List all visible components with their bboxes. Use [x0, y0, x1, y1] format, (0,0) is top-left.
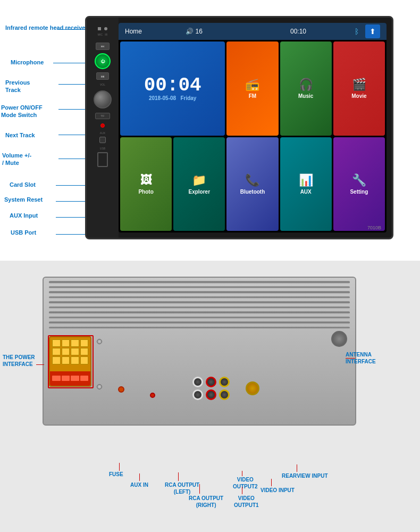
- line-video-input: [271, 479, 272, 486]
- usb-port[interactable]: [97, 152, 108, 167]
- reset-btn[interactable]: [100, 123, 105, 128]
- bottom-section: THE POWERINTERFACE FUSE AUX IN RCA OUTPU…: [0, 261, 420, 532]
- explorer-icon: 📁: [192, 173, 206, 187]
- prev-track-btn[interactable]: ⏮: [96, 43, 110, 50]
- rca-yellow-2: [219, 389, 230, 400]
- line-mic: [53, 63, 88, 63]
- rear-unit: [43, 277, 356, 426]
- mic-dot: [98, 27, 101, 30]
- aux-label: AUX: [300, 189, 312, 195]
- line-infrared: [57, 29, 87, 30]
- tile-music[interactable]: 🎧 Music: [280, 41, 332, 136]
- label-microphone: Microphone: [11, 59, 44, 66]
- label-rca-left: RCA OUTPUT(LEFT): [165, 481, 199, 495]
- rca-gold-rearview: [246, 381, 259, 395]
- usb-label-small: USB: [100, 147, 105, 150]
- tile-fm[interactable]: 📻 FM: [226, 41, 278, 136]
- tile-bluetooth[interactable]: 📞 Bluetooth: [226, 137, 278, 231]
- rca-bottom-row: [192, 389, 230, 400]
- antenna-jack: [331, 331, 347, 347]
- status-volume: 🔊 16: [142, 28, 246, 35]
- rca-top-row: [192, 377, 230, 387]
- tile-movie[interactable]: 🎬 Movie: [333, 41, 385, 136]
- clock-date: 2018-05-08 Friday: [149, 95, 197, 101]
- stereo-screen[interactable]: Home 🔊 16 00:10 ᛒ ⬆ 00:04 2018-05-08 Fri…: [119, 23, 387, 232]
- vent-rib: [49, 291, 350, 294]
- label-next-track: Next Track: [5, 131, 35, 139]
- top-section: Infrared remote head receiver Microphone…: [0, 0, 420, 261]
- line-prev: [58, 84, 88, 85]
- rca-white-1: [192, 377, 203, 387]
- label-fuse: FUSE: [109, 471, 123, 478]
- fm-label: FM: [249, 93, 256, 99]
- arrow-btn[interactable]: ⬆: [365, 24, 380, 38]
- label-card-slot: Card Slot: [10, 181, 36, 188]
- explorer-label: Explorer: [189, 189, 211, 195]
- clock-time: 00:04: [144, 76, 201, 95]
- line-next: [58, 135, 88, 135]
- label-aux-input: AUX Input: [10, 212, 38, 219]
- label-usb-port: USB Port: [11, 229, 36, 236]
- label-video-input: VIDEO INPUT: [261, 487, 295, 494]
- label-infrared: Infrared remote head receiver: [5, 24, 88, 31]
- screw: [97, 384, 102, 389]
- vent-rib: [49, 327, 350, 329]
- photo-icon: 🖼: [140, 173, 152, 187]
- vol-label: VOL: [100, 83, 105, 86]
- aux-icon: 📊: [299, 173, 313, 187]
- stereo-unit: MIC IR ⏮ ⏻ ⏭ VOL TF AUX USB: [85, 16, 393, 239]
- label-video-output2: VIDEOOUTPUT2: [233, 476, 258, 490]
- tile-explorer[interactable]: 📁 Explorer: [173, 137, 225, 231]
- vent-rib: [49, 296, 350, 299]
- vent-rib: [49, 281, 350, 284]
- aux-label-small: AUX: [100, 131, 105, 135]
- line-rca-right: [199, 484, 200, 494]
- app-grid: 00:04 2018-05-08 Friday 📻 FM 🎧 Music 🎬 M…: [119, 40, 387, 232]
- ir-dot: [104, 27, 107, 30]
- tf-slot[interactable]: TF: [95, 113, 110, 119]
- tile-aux[interactable]: 📊 AUX: [280, 137, 332, 231]
- setting-icon: 🔧: [352, 173, 366, 187]
- screw: [97, 339, 102, 344]
- status-bar: Home 🔊 16 00:10 ᛒ ⬆: [119, 23, 387, 40]
- vent-area: [49, 281, 350, 329]
- line-rca-left: [178, 472, 179, 481]
- line-video1: [242, 487, 242, 494]
- vent-rib: [49, 311, 350, 314]
- line-power-interface: [36, 364, 44, 365]
- label-system-reset: System Reset: [4, 196, 43, 203]
- rca-yellow-1: [219, 377, 230, 387]
- line-antenna: [346, 358, 355, 359]
- line-card: [56, 185, 88, 186]
- bluetooth-icon: ᛒ: [350, 25, 363, 38]
- tile-photo[interactable]: 🖼 Photo: [120, 137, 172, 231]
- mic-ir-label: MIC IR: [98, 33, 107, 36]
- photo-label: Photo: [138, 189, 153, 195]
- music-icon: 🎧: [299, 78, 313, 92]
- vent-rib: [49, 301, 350, 304]
- model-number: 7010B: [367, 225, 381, 230]
- aux-in-port: [150, 393, 155, 398]
- stereo-left-panel: MIC IR ⏮ ⏻ ⏭ VOL TF AUX USB: [87, 18, 119, 238]
- label-aux-in: AUX IN: [130, 481, 148, 488]
- line-rearview: [297, 464, 297, 472]
- bluetooth-label: Bluetooth: [240, 189, 265, 195]
- line-power: [58, 109, 88, 110]
- vent-rib: [49, 286, 350, 289]
- tile-clock[interactable]: 00:04 2018-05-08 Friday: [120, 41, 225, 136]
- aux-jack[interactable]: [99, 137, 106, 143]
- next-track-btn[interactable]: ⏭: [96, 72, 109, 80]
- fm-icon: 📻: [245, 78, 259, 92]
- vent-rib: [49, 321, 350, 324]
- label-volume: Volume +/-/ Mute: [2, 152, 31, 167]
- volume-knob[interactable]: [94, 90, 112, 109]
- label-rearview: REARVIEW INPUT: [282, 472, 328, 479]
- vent-rib: [49, 317, 350, 319]
- rca-white-2: [192, 389, 203, 400]
- vent-rib: [49, 306, 350, 309]
- tile-setting[interactable]: 🔧 Setting: [333, 137, 385, 231]
- power-btn[interactable]: ⏻: [95, 53, 111, 69]
- status-time: 00:10: [246, 28, 350, 35]
- line-aux-in: [139, 473, 140, 481]
- line-reset: [56, 201, 88, 202]
